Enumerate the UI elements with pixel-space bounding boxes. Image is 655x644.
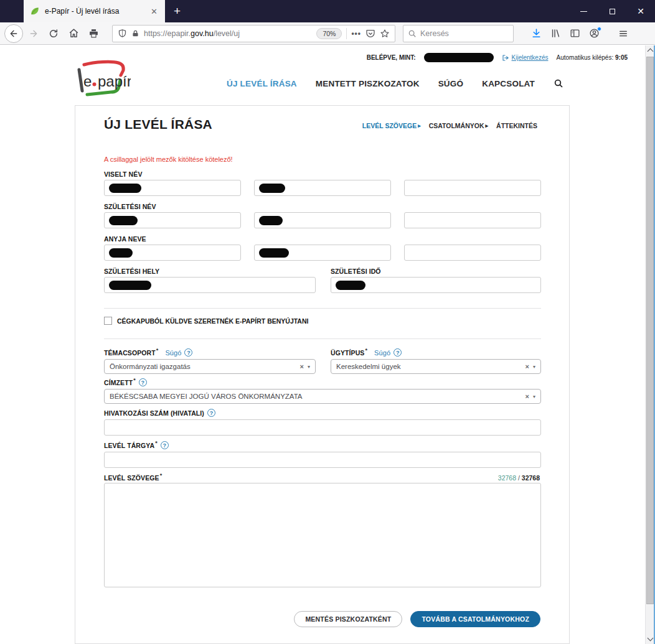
scroll-up-icon[interactable]	[648, 49, 654, 55]
scroll-down-icon[interactable]	[648, 635, 654, 642]
help-icon[interactable]: ?	[184, 348, 192, 357]
url-bar[interactable]: https://epapir.gov.hu/level/uj 70% •••	[112, 25, 395, 42]
form-actions: MENTÉS PISZKOZATKÉNT TOVÁBB A CSATOLMÁNY…	[294, 611, 540, 627]
home-button[interactable]	[64, 24, 83, 43]
browser-toolbar: https://epapir.gov.hu/level/uj 70% ••• K…	[0, 22, 655, 45]
redacted-value	[109, 248, 133, 258]
ugytipus-label: ÜGYTÍPUS* Súgó ?	[331, 348, 402, 357]
redacted-value	[259, 216, 283, 225]
viselt-nev-input-1[interactable]	[104, 180, 241, 196]
browser-search[interactable]: Keresés	[403, 25, 514, 42]
anyja-neve-input-2[interactable]	[254, 245, 391, 261]
url-text[interactable]: https://epapir.gov.hu/level/uj	[144, 29, 312, 38]
viselt-nev-label: VISELT NÉV	[104, 170, 142, 178]
szuletesi-nev-label: SZÜLETÉSI NÉV	[104, 203, 156, 210]
session-bar: BELÉPVE, MINT: Kijelentkezés Automatikus…	[367, 53, 628, 62]
cegkapu-checkbox[interactable]	[104, 317, 112, 325]
new-letter-card: ÚJ LEVÉL ÍRÁSA LEVÉL SZÖVEGE▸ CSATOLMÁNY…	[75, 105, 570, 644]
next-attachments-button[interactable]: TOVÁBB A CSATOLMÁNYOKHOZ	[410, 611, 540, 627]
page-title: ÚJ LEVÉL ÍRÁSA	[104, 117, 212, 132]
character-counter: 32768 / 32768	[498, 474, 540, 482]
library-icon[interactable]	[550, 28, 561, 39]
page-content: BELÉPVE, MINT: Kijelentkezés Automatikus…	[0, 45, 645, 644]
zoom-level-badge[interactable]: 70%	[316, 28, 342, 39]
window-close-button[interactable]: ✕	[626, 0, 655, 22]
nav-contact[interactable]: KAPCSOLAT	[482, 79, 535, 88]
step-arrow-icon: ▸	[486, 123, 489, 129]
page-actions-icon[interactable]: •••	[351, 29, 361, 38]
auto-logout: Automatikus kilépés: 9:05	[556, 54, 628, 61]
site-search-icon[interactable]	[554, 78, 563, 88]
forward-button[interactable]	[24, 24, 44, 43]
redacted-value	[109, 184, 141, 193]
tab-close-icon[interactable]: ✕	[149, 7, 159, 16]
sidebars-icon[interactable]	[570, 28, 580, 39]
level-szovege-textarea[interactable]	[104, 483, 541, 587]
help-icon[interactable]: ?	[161, 441, 169, 449]
search-icon	[408, 29, 417, 38]
ugytipus-select[interactable]: Kereskedelmi ügyek × ▾	[331, 359, 541, 374]
titlebar: e-Papír - Új levél írása ✕ + ✕	[0, 0, 655, 22]
viselt-nev-input-3[interactable]	[404, 180, 541, 196]
cimzett-select[interactable]: BÉKÉSCSABA MEGYEI JOGÚ VÁROS ÖNKORMÁNYZA…	[104, 389, 541, 404]
level-targya-input[interactable]	[104, 452, 541, 468]
redacted-username	[424, 53, 494, 62]
back-button[interactable]	[4, 24, 24, 43]
temacsoport-select[interactable]: Önkormányzati igazgatás × ▾	[104, 359, 316, 374]
redacted-value	[109, 216, 138, 225]
reload-button[interactable]	[44, 24, 64, 43]
szuletesi-nev-input-2[interactable]	[254, 212, 391, 228]
logout-link[interactable]: Kijelentkezés	[502, 54, 549, 62]
step-attachments[interactable]: CSATOLMÁNYOK▸	[429, 122, 488, 129]
window-maximize-button[interactable]	[598, 0, 626, 22]
clear-selection-icon[interactable]: ×	[525, 393, 529, 400]
lock-icon[interactable]	[131, 29, 139, 38]
search-placeholder: Keresés	[420, 29, 449, 38]
save-draft-button[interactable]: MENTÉS PISZKOZATKÉNT	[294, 611, 402, 627]
caret-down-icon: ▾	[308, 364, 310, 370]
logged-in-label: BELÉPVE, MINT:	[367, 54, 416, 61]
tracking-protection-shield-icon[interactable]	[118, 29, 127, 38]
cegkapu-checkbox-label[interactable]: CÉGKAPUBÓL KÜLDVE SZERETNÉK E-PAPÍRT BEN…	[117, 317, 308, 325]
logo-gray-stroke	[79, 70, 82, 91]
szuletesi-nev-input-3[interactable]	[404, 212, 541, 228]
account-icon[interactable]	[589, 28, 600, 39]
menu-icon[interactable]	[618, 29, 628, 39]
clear-selection-icon[interactable]: ×	[525, 363, 529, 370]
ugytipus-help-link[interactable]: Súgó	[374, 349, 390, 357]
svg-text:papír: papír	[98, 73, 131, 90]
browser-tab[interactable]: e-Papír - Új levél írása ✕	[24, 0, 165, 22]
szuletesi-hely-input[interactable]	[104, 277, 316, 293]
nav-help[interactable]: SÚGÓ	[438, 79, 464, 88]
anyja-neve-label: ANYJA NEVE	[104, 235, 146, 243]
hivatkozasi-szam-input[interactable]	[104, 419, 541, 436]
new-tab-button[interactable]: +	[165, 0, 189, 22]
window-minimize-button[interactable]	[569, 0, 598, 22]
redacted-value	[109, 281, 151, 290]
help-icon[interactable]: ?	[207, 409, 215, 417]
pocket-icon[interactable]	[365, 29, 375, 39]
caret-down-icon: ▾	[533, 364, 535, 370]
vertical-scrollbar[interactable]	[645, 45, 655, 644]
anyja-neve-input-1[interactable]	[104, 245, 241, 261]
viselt-nev-input-2[interactable]	[254, 180, 391, 196]
anyja-neve-input-3[interactable]	[404, 245, 541, 261]
print-button[interactable]	[83, 24, 103, 43]
bookmark-star-icon[interactable]	[380, 29, 390, 39]
step-overview[interactable]: ÁTTEKINTÉS	[496, 122, 537, 129]
nav-new-letter[interactable]: ÚJ LEVÉL ÍRÁSA	[227, 79, 297, 88]
scrollbar-thumb[interactable]	[646, 57, 654, 604]
clear-selection-icon[interactable]: ×	[300, 363, 304, 370]
cegkapu-row: CÉGKAPUBÓL KÜLDVE SZERETNÉK E-PAPÍRT BEN…	[104, 317, 308, 325]
szuletesi-nev-input-1[interactable]	[104, 212, 241, 228]
download-icon[interactable]	[531, 28, 542, 39]
step-letter-body[interactable]: LEVÉL SZÖVEGE▸	[362, 122, 421, 129]
help-icon[interactable]: ?	[393, 348, 402, 357]
temacsoport-help-link[interactable]: Súgó	[165, 349, 181, 357]
szuletesi-ido-input[interactable]	[331, 277, 541, 293]
help-icon[interactable]: ?	[139, 378, 147, 386]
wizard-steps: LEVÉL SZÖVEGE▸ CSATOLMÁNYOK▸ ÁTTEKINTÉS	[362, 122, 537, 129]
epapir-logo[interactable]: e papír	[73, 59, 131, 99]
nav-saved-drafts[interactable]: MENTETT PISZKOZATOK	[316, 79, 420, 88]
szuletesi-ido-label: SZÜLETÉSI IDŐ	[331, 268, 381, 275]
